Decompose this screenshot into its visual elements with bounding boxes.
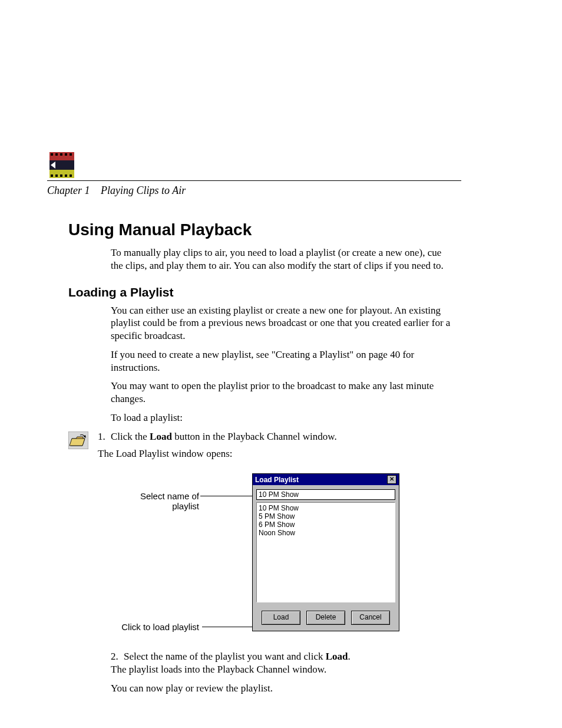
svg-rect-5 [60, 153, 62, 156]
close-icon[interactable]: ✕ [387, 475, 396, 484]
list-item[interactable]: 10 PM Show [259, 504, 393, 512]
svg-rect-11 [65, 174, 67, 177]
header-rule [47, 180, 461, 181]
closing: You can now play or review the playlist. [111, 682, 452, 695]
chapter-line: Chapter 1 Playing Clips to Air [47, 185, 515, 197]
list-item[interactable]: 5 PM Show [259, 512, 393, 521]
svg-rect-4 [55, 153, 58, 156]
sub-p3: You may want to open the playlist prior … [111, 380, 452, 406]
svg-rect-9 [55, 174, 58, 177]
callout-select-name: Select name of playlist [111, 491, 199, 511]
callout-line-2 [202, 627, 255, 627]
chapter-title: Playing Clips to Air [101, 185, 186, 196]
playlist-name-input[interactable] [256, 489, 395, 500]
step2-text: Select the name of the playlist you want… [124, 650, 452, 663]
step2-sub: The playlist loads into the Playback Cha… [111, 663, 452, 676]
load-playlist-figure: Select name of playlist Click to load pl… [111, 473, 405, 644]
step1-sub: The Load Playlist window opens: [98, 447, 439, 460]
sub-p1: You can either use an existing playlist … [111, 304, 452, 342]
load-button[interactable]: Load [262, 611, 300, 625]
step2-number: 2. [111, 650, 124, 663]
dialog-title: Load Playlist [255, 476, 299, 484]
svg-rect-12 [70, 174, 72, 177]
section-intro: To manually play clips to air, you need … [111, 246, 452, 272]
open-folder-icon [68, 431, 88, 449]
list-item[interactable]: 6 PM Show [259, 521, 393, 529]
svg-rect-8 [51, 174, 53, 177]
load-playlist-dialog: Load Playlist ✕ 10 PM Show 5 PM Show 6 P… [252, 473, 399, 631]
cancel-button[interactable]: Cancel [351, 611, 390, 625]
step1-number: 1. [98, 430, 111, 443]
step1-text: Click the Load button in the Playback Ch… [111, 430, 439, 443]
svg-rect-3 [51, 153, 53, 156]
callout-click-load: Click to load playlist [111, 622, 199, 632]
svg-rect-6 [65, 153, 67, 156]
sub-p2: If you need to create a new playlist, se… [111, 348, 452, 374]
callout-line-1 [200, 496, 253, 496]
sub-lead: To load a playlist: [111, 411, 452, 424]
chapter-number: Chapter 1 [47, 185, 90, 196]
chapter-icon [47, 152, 77, 179]
subsection-title: Loading a Playlist [68, 285, 515, 299]
delete-button[interactable]: Delete [306, 611, 345, 625]
playlist-list[interactable]: 10 PM Show 5 PM Show 6 PM Show Noon Show [256, 502, 395, 602]
section-title: Using Manual Playback [68, 220, 515, 239]
svg-rect-10 [60, 174, 62, 177]
svg-rect-7 [70, 153, 72, 156]
list-item[interactable]: Noon Show [259, 529, 393, 537]
